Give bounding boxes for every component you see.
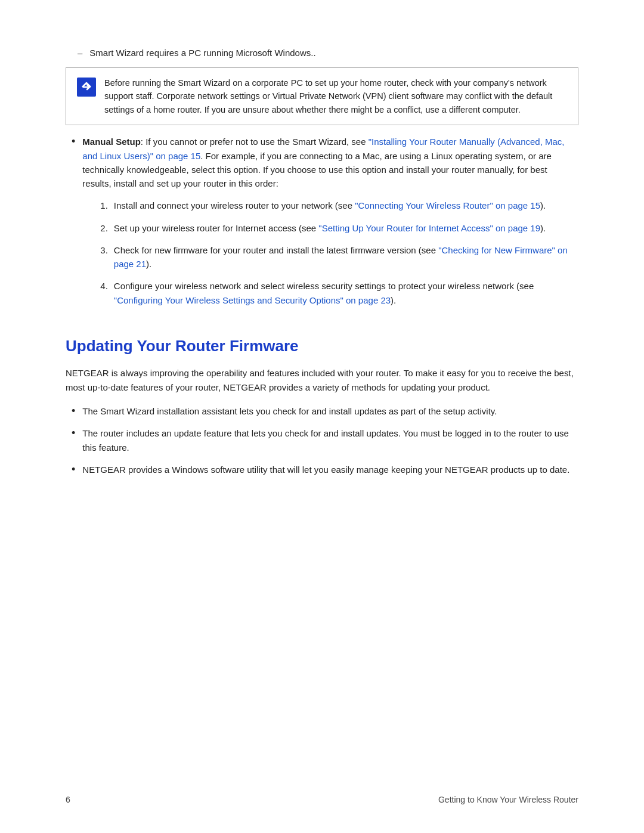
firmware-bullet-content-2: The router includes an update feature th… (82, 426, 578, 454)
manual-setup-text-before: : If you cannot or prefer not to use the… (141, 137, 369, 147)
footer-section-title: Getting to Know Your Wireless Router (438, 795, 578, 804)
note-box: Before running the Smart Wizard on a cor… (66, 67, 578, 125)
ordered-item-3: 3. Check for new firmware for your route… (100, 243, 578, 271)
bullet-item-manual-setup: • Manual Setup: If you cannot or prefer … (66, 135, 578, 315)
ordered-content-1: Install and connect your wireless router… (114, 199, 546, 212)
bullet-list: • Manual Setup: If you cannot or prefer … (66, 135, 578, 315)
bullet-dot: • (72, 135, 75, 148)
footer-page-number: 6 (66, 795, 70, 804)
ordered-link-4[interactable]: "Configuring Your Wireless Settings and … (114, 295, 391, 305)
firmware-bullet-3: • NETGEAR provides a Windows software ut… (66, 463, 578, 476)
ordered-text-before-1: Install and connect your wireless router… (114, 200, 355, 210)
ordered-text-after-2: ). (540, 223, 546, 233)
ordered-text-before-4: Configure your wireless network and sele… (114, 281, 534, 291)
ordered-link-2[interactable]: "Setting Up Your Router for Internet Acc… (318, 223, 540, 233)
bullet-dot-fw2: • (72, 426, 75, 440)
bullet-dot-fw3: • (72, 463, 75, 476)
firmware-bullet-2: • The router includes an update feature … (66, 426, 578, 454)
manual-setup-label: Manual Setup (82, 137, 141, 147)
ordered-item-1: 1. Install and connect your wireless rou… (100, 199, 578, 212)
ordered-num-4: 4. (100, 279, 108, 293)
firmware-bullet-content-1: The Smart Wizard installation assistant … (82, 404, 497, 418)
ordered-content-2: Set up your wireless router for Internet… (114, 221, 546, 235)
ordered-content-4: Configure your wireless network and sele… (114, 279, 578, 307)
intro-paragraph: NETGEAR is always improving the operabil… (66, 366, 578, 395)
firmware-bullet-list: • The Smart Wizard installation assistan… (66, 404, 578, 476)
ordered-num-2: 2. (100, 221, 108, 235)
manual-setup-content: Manual Setup: If you cannot or prefer no… (82, 135, 578, 315)
ordered-num-3: 3. (100, 243, 108, 257)
ordered-content-3: Check for new firmware for your router a… (114, 243, 578, 271)
ordered-num-1: 1. (100, 199, 108, 212)
ordered-text-after-3: ). (146, 259, 151, 269)
section-heading: Updating Your Router Firmware (66, 337, 578, 355)
ordered-item-4: 4. Configure your wireless network and s… (100, 279, 578, 307)
dash-item-text: Smart Wizard requires a PC running Micro… (89, 48, 315, 58)
firmware-bullet-content-3: NETGEAR provides a Windows software util… (82, 463, 569, 476)
footer-bar: 6 Getting to Know Your Wireless Router (66, 795, 578, 804)
dash-symbol: – (78, 48, 82, 58)
page-container: – Smart Wizard requires a PC running Mic… (0, 0, 644, 833)
note-icon (77, 78, 96, 97)
firmware-bullet-1: • The Smart Wizard installation assistan… (66, 404, 578, 418)
ordered-item-2: 2. Set up your wireless router for Inter… (100, 221, 578, 235)
note-text: Before running the Smart Wizard on a cor… (104, 76, 567, 116)
ordered-text-before-3: Check for new firmware for your router a… (114, 245, 438, 255)
ordered-link-1[interactable]: "Connecting Your Wireless Router" on pag… (355, 200, 540, 210)
ordered-text-before-2: Set up your wireless router for Internet… (114, 223, 318, 233)
bullet-dot-fw1: • (72, 404, 75, 418)
ordered-text-after-1: ). (540, 200, 546, 210)
dash-list-item: – Smart Wizard requires a PC running Mic… (66, 48, 578, 58)
ordered-list: 1. Install and connect your wireless rou… (100, 199, 578, 307)
ordered-text-after-4: ). (391, 295, 396, 305)
